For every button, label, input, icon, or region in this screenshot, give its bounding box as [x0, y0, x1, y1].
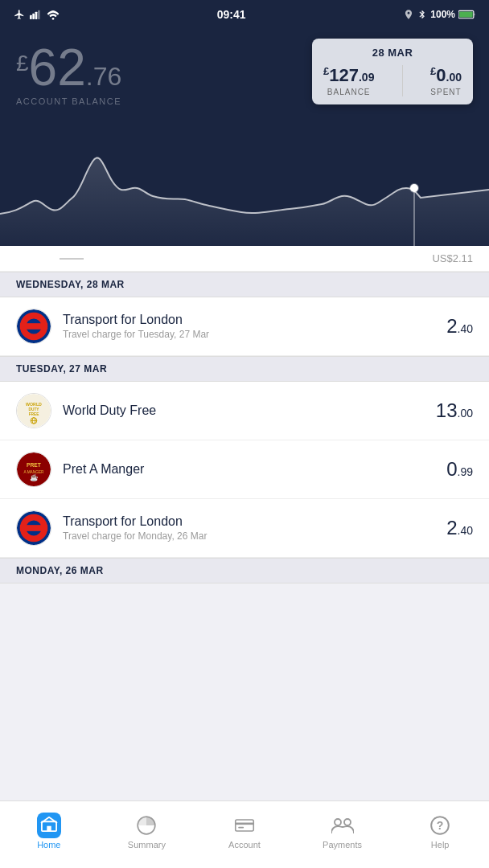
chart-tooltip: 28 MAR £127.09 BALANCE £0.00 SPENT [312, 39, 473, 104]
wdf-info: World Duty Free [63, 403, 425, 418]
payments-icon [331, 815, 354, 836]
nav-account[interactable]: Account [195, 801, 294, 868]
svg-rect-34 [236, 822, 254, 825]
help-icon: ? [429, 815, 450, 836]
transaction-tfl-wed[interactable]: Transport for London Travel charge for T… [0, 297, 489, 356]
payments-nav-icon [331, 814, 354, 837]
pret-name: Pret A Manger [63, 462, 435, 477]
svg-text:?: ? [437, 819, 444, 832]
pret-info: Pret A Manger [63, 462, 435, 477]
pret-logo-icon: PRET A MANGER ☕ [17, 452, 51, 487]
summary-nav-label: Summary [128, 840, 166, 850]
svg-rect-13 [20, 323, 47, 330]
tooltip-balance: £127.09 BALANCE [323, 65, 374, 96]
tooltip-divider [402, 65, 403, 96]
tfl-roundel-tue-icon [17, 510, 51, 546]
tfl-roundel-icon [17, 309, 51, 344]
section-monday: MONDAY, 26 MAR [0, 558, 489, 583]
svg-text:FREE: FREE [29, 412, 39, 416]
wdf-logo: WORLD DUTY FREE [16, 393, 51, 428]
partial-amount: US$2.11 [432, 252, 473, 264]
balance-label: ACCOUNT BALANCE [16, 96, 121, 106]
svg-rect-6 [459, 11, 473, 17]
tooltip-date: 28 MAR [323, 47, 462, 59]
summary-icon [136, 815, 157, 836]
tooltip-spent-label: SPENT [430, 88, 462, 96]
svg-point-37 [344, 819, 351, 825]
section-wednesday: WEDNESDAY, 28 MAR [0, 272, 489, 297]
tooltip-spent-amount: £0.00 [430, 65, 462, 86]
airplane-icon [13, 9, 26, 20]
transaction-tfl-tue[interactable]: Transport for London Travel charge for M… [0, 499, 489, 558]
nav-home[interactable]: Home [0, 801, 98, 868]
account-nav-label: Account [228, 840, 261, 850]
wdf-logo-inner: WORLD DUTY FREE [16, 393, 51, 428]
svg-point-36 [335, 819, 341, 825]
nav-summary[interactable]: Summary [98, 801, 196, 868]
battery-percent: 100% [430, 9, 455, 20]
tooltip-spent: £0.00 SPENT [430, 65, 462, 96]
balance-chart [0, 117, 489, 246]
wednesday-label: WEDNESDAY, 28 MAR [16, 279, 125, 290]
tooltip-balance-label: BALANCE [323, 88, 374, 96]
svg-point-8 [410, 184, 418, 192]
pret-logo: PRET A MANGER ☕ [16, 452, 51, 487]
tfl-wed-info: Transport for London Travel charge for T… [63, 313, 435, 340]
tfl-logo-tue [16, 510, 51, 546]
svg-rect-33 [236, 820, 254, 831]
tooltip-balance-amount: £127.09 [323, 65, 374, 86]
status-left [13, 9, 60, 20]
section-tuesday: TUESDAY, 27 MAR [0, 356, 489, 382]
tfl-tue-info: Transport for London Travel charge for M… [63, 514, 435, 542]
status-time: 09:41 [217, 8, 246, 21]
account-balance-display: £62.76 ACCOUNT BALANCE [16, 42, 121, 106]
nav-payments[interactable]: Payments [294, 801, 392, 868]
svg-rect-35 [238, 826, 244, 828]
help-nav-label: Help [431, 840, 450, 850]
nav-help[interactable]: ? Help [391, 801, 489, 868]
transaction-pret[interactable]: PRET A MANGER ☕ Pret A Manger 0.99 [0, 440, 489, 499]
summary-nav-icon [135, 814, 158, 837]
tuesday-label: TUESDAY, 27 MAR [16, 363, 107, 375]
tfl-tue-sub: Travel charge for Monday, 26 Mar [63, 530, 435, 542]
battery-icon [458, 10, 476, 19]
pret-amount: 0.99 [446, 458, 473, 481]
tfl-logo-wed [16, 309, 51, 344]
transactions-scroll-area[interactable]: US$2.11 WEDNESDAY, 28 MAR Transport for … [0, 246, 489, 800]
status-right: 100% [403, 9, 476, 20]
tfl-wed-sub: Travel charge for Tuesday, 27 Mar [63, 329, 435, 340]
monday-label: MONDAY, 26 MAR [16, 565, 104, 576]
partial-bar [60, 258, 84, 260]
header-chart-area: £62.76 ACCOUNT BALANCE 28 MAR £127.09 BA… [0, 29, 489, 246]
tfl-tue-amount: 2.40 [446, 517, 473, 539]
svg-text:WORLD: WORLD [26, 402, 42, 407]
account-icon [234, 817, 255, 833]
svg-point-4 [52, 18, 55, 20]
tfl-wed-amount: 2.40 [446, 315, 473, 338]
location-icon [403, 9, 414, 20]
bluetooth-icon [417, 9, 427, 20]
partial-transaction-item[interactable]: US$2.11 [0, 246, 489, 272]
payments-nav-label: Payments [323, 840, 362, 850]
wdf-name: World Duty Free [63, 403, 425, 418]
svg-text:☕: ☕ [30, 473, 39, 482]
tfl-wed-name: Transport for London [63, 313, 435, 327]
help-nav-icon: ? [429, 814, 451, 837]
signal-icon [30, 9, 43, 20]
balance-amount: £62.76 [16, 42, 121, 93]
svg-rect-0 [30, 15, 32, 19]
svg-text:PRET: PRET [27, 462, 41, 468]
svg-rect-3 [38, 10, 40, 19]
svg-text:DUTY: DUTY [29, 407, 40, 411]
svg-rect-27 [20, 525, 47, 531]
account-nav-icon [233, 814, 256, 837]
status-bar: 09:41 100% [0, 0, 489, 29]
svg-rect-1 [32, 14, 35, 19]
svg-rect-29 [47, 825, 51, 830]
svg-rect-2 [35, 12, 38, 19]
home-nav-label: Home [37, 840, 60, 850]
transaction-wdf[interactable]: WORLD DUTY FREE World Duty Free 13.00 [0, 382, 489, 440]
tfl-tue-name: Transport for London [63, 514, 435, 529]
bottom-navigation: Home Summary Account [0, 800, 489, 868]
home-nav-icon [38, 814, 60, 837]
